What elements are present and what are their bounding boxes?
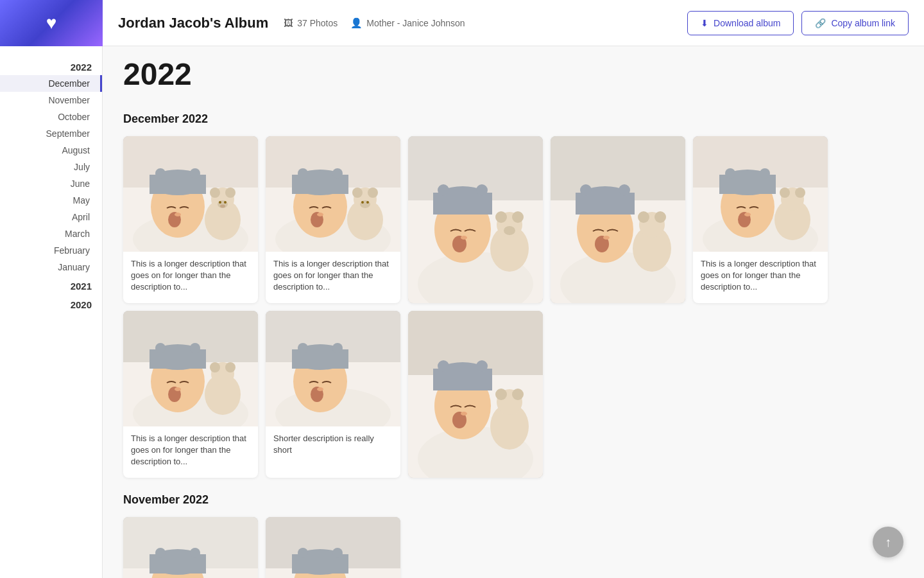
sidebar-item-may[interactable]: May	[0, 192, 102, 209]
svg-point-48	[512, 211, 524, 223]
svg-point-27	[317, 213, 323, 216]
svg-point-12	[210, 188, 220, 198]
svg-point-87	[175, 387, 181, 391]
svg-point-132	[332, 548, 343, 558]
photo-card-nov-1[interactable]	[123, 517, 258, 578]
svg-point-34	[366, 201, 369, 204]
sidebar-item-november[interactable]: November	[0, 92, 102, 109]
album-title: Jordan Jacob's Album	[118, 15, 268, 31]
svg-point-73	[744, 213, 751, 216]
svg-point-42	[476, 184, 488, 196]
person-icon: 👤	[350, 17, 363, 29]
svg-point-70	[725, 168, 735, 179]
photo-image-nov-1	[123, 517, 258, 578]
photo-card-8[interactable]	[408, 311, 543, 478]
photo-caption-7: Shorter description is really short	[266, 426, 400, 462]
photo-image-8	[408, 311, 543, 478]
photo-image-nov-2	[266, 517, 400, 578]
copy-link-btn-label: Copy album link	[831, 18, 895, 28]
main-layout: 2022 December November October September…	[0, 46, 924, 578]
year-header-2022: 2022	[123, 46, 903, 97]
photo-card-6[interactable]: This is a longer description that goes o…	[123, 311, 258, 478]
photo-image-2	[266, 136, 400, 252]
sidebar: 2022 December November October September…	[0, 46, 103, 578]
photos-icon: 🖼	[284, 17, 293, 28]
svg-point-47	[495, 211, 507, 223]
download-album-button[interactable]: ⬇ Download album	[687, 11, 794, 35]
photo-card-5[interactable]: This is a longer description that goes o…	[693, 136, 828, 303]
svg-rect-55	[576, 193, 635, 215]
sidebar-item-july[interactable]: July	[0, 159, 102, 175]
svg-point-7	[190, 168, 200, 179]
photo-image-6	[123, 311, 258, 426]
sidebar-item-june[interactable]: June	[0, 175, 102, 192]
download-btn-label: Download album	[714, 18, 780, 28]
logo-area: ♥	[0, 0, 103, 46]
app-header: ♥ Jordan Jacob's Album 🖼 37 Photos 👤 Mot…	[0, 0, 924, 46]
svg-point-25	[332, 168, 343, 179]
svg-point-41	[438, 184, 449, 196]
sidebar-item-january[interactable]: January	[0, 259, 102, 276]
photo-image-5	[693, 136, 828, 252]
photo-grid-nov2022	[123, 517, 903, 578]
photo-card-4[interactable]	[551, 136, 685, 303]
photo-caption-5: This is a longer description that goes o…	[693, 252, 828, 300]
svg-point-114	[495, 389, 507, 400]
sidebar-item-april[interactable]: April	[0, 209, 102, 225]
svg-point-84	[155, 343, 166, 353]
svg-point-49	[504, 226, 515, 235]
svg-point-123	[190, 548, 200, 558]
svg-point-30	[352, 188, 363, 198]
photo-card-7[interactable]: Shorter description is really short	[266, 311, 400, 478]
svg-point-13	[225, 188, 235, 198]
sidebar-item-august[interactable]: August	[0, 142, 102, 159]
svg-point-62	[638, 211, 649, 223]
photo-image-3	[408, 136, 543, 303]
svg-point-131	[298, 548, 308, 558]
sidebar-item-october[interactable]: October	[0, 109, 102, 125]
svg-point-16	[224, 201, 227, 204]
photo-card-nov-2[interactable]	[266, 517, 400, 578]
svg-point-111	[461, 412, 467, 416]
svg-point-57	[619, 184, 630, 196]
svg-point-31	[368, 188, 378, 198]
photo-card-1[interactable]: This is a longer description that goes o…	[123, 136, 258, 303]
photo-caption-6: This is a longer description that goes o…	[123, 426, 258, 475]
photos-count-item: 🖼 37 Photos	[284, 17, 338, 28]
svg-point-15	[219, 201, 221, 204]
svg-point-59	[603, 236, 610, 240]
svg-point-56	[580, 184, 592, 196]
svg-point-85	[190, 343, 200, 353]
copy-link-button[interactable]: 🔗 Copy album link	[801, 11, 909, 35]
svg-point-76	[780, 188, 790, 198]
photo-image-1	[123, 136, 258, 252]
main-content: 2022 December 2022	[103, 46, 924, 578]
photo-caption-1: This is a longer description that goes o…	[123, 252, 258, 300]
logo-icon: ♥	[46, 13, 57, 33]
svg-point-91	[225, 362, 235, 372]
svg-point-77	[795, 188, 805, 198]
svg-point-101	[317, 387, 323, 391]
svg-point-122	[155, 548, 166, 558]
svg-point-63	[654, 211, 666, 223]
scroll-to-top-button[interactable]: ↑	[873, 527, 903, 557]
sidebar-item-september[interactable]: September	[0, 125, 102, 142]
svg-point-98	[298, 343, 308, 353]
sidebar-item-february[interactable]: February	[0, 242, 102, 259]
photo-card-3[interactable]	[408, 136, 543, 303]
sidebar-item-december[interactable]: December	[0, 75, 102, 92]
sidebar-year-2021: 2021	[0, 276, 102, 294]
sidebar-item-march[interactable]: March	[0, 225, 102, 242]
link-icon: 🔗	[815, 18, 826, 28]
photo-card-2[interactable]: This is a longer description that goes o…	[266, 136, 400, 303]
svg-point-99	[332, 343, 343, 353]
photo-image-7	[266, 311, 400, 426]
svg-point-33	[361, 201, 364, 204]
scroll-top-icon: ↑	[885, 535, 891, 550]
svg-point-9	[175, 213, 181, 216]
svg-point-6	[155, 168, 166, 179]
section-header-nov2022: November 2022	[123, 493, 903, 507]
svg-point-109	[476, 360, 488, 372]
person-label: Mother - Janice Johnson	[366, 18, 465, 28]
svg-point-90	[210, 362, 220, 372]
